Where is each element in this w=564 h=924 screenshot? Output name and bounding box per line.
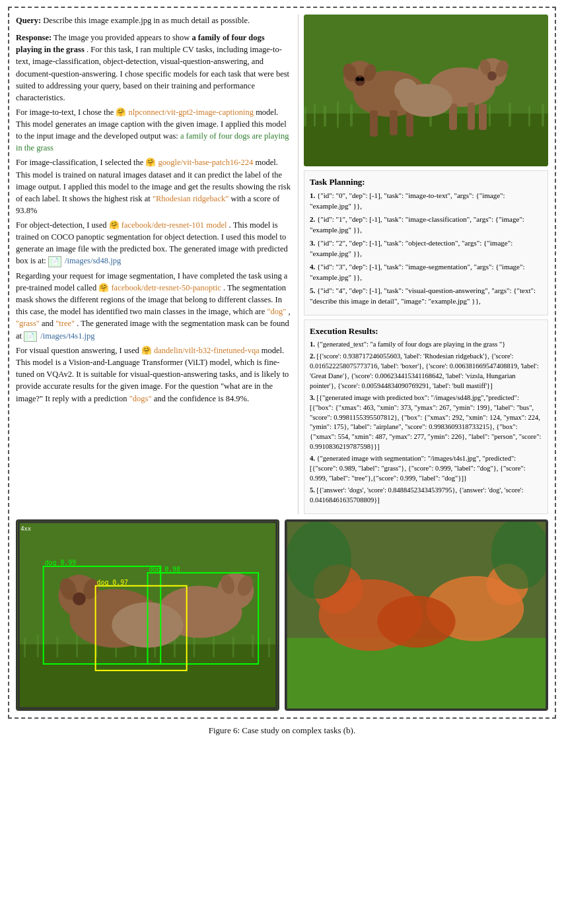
seg-para: Regarding your request for image segment… [16, 270, 293, 342]
file2-icon: 📄 [24, 331, 37, 343]
query-text: Describe this image example.jpg in as mu… [43, 16, 250, 25]
svg-text:4xx: 4xx [20, 525, 31, 532]
response-intro: The image you provided appears to show [53, 33, 192, 42]
response-label: Response: [16, 33, 52, 42]
svg-rect-72 [286, 638, 546, 709]
svg-text:dog 0.98: dog 0.98 [149, 566, 180, 573]
svg-rect-32 [449, 104, 457, 130]
exec-item-1: 1. {"generated_text": "a family of four … [310, 340, 542, 350]
figure-caption: Figure 6: Case study on complex tasks (b… [209, 725, 355, 736]
query-label: Query: [16, 16, 41, 25]
svg-rect-5 [337, 102, 339, 128]
svg-text:dog 0.99: dog 0.99 [45, 559, 77, 566]
right-panel: Task Planning: 1. {"id": "0", "dep": [-1… [304, 15, 548, 514]
svg-rect-14 [509, 102, 511, 127]
svg-text:dog 0.97: dog 0.97 [97, 578, 129, 585]
svg-rect-15 [528, 106, 530, 127]
file1-icon: 📄 [48, 256, 61, 267]
svg-point-77 [377, 595, 455, 647]
svg-point-36 [394, 79, 418, 102]
exec-item-2: 2. [{'score': 0.938717246055603, 'label'… [310, 352, 542, 391]
execution-box: Execution Results: 1. {"generated_text":… [304, 319, 548, 514]
svg-rect-48 [194, 635, 195, 657]
svg-point-28 [487, 71, 497, 81]
svg-rect-39 [24, 638, 26, 657]
task-item-3: 3. {"id": "2", "dep": [-1], "task": "obj… [310, 238, 542, 259]
image-class-para: For image-classification, I selected the… [16, 156, 293, 216]
model5-link[interactable]: dandelin/vilt-b32-finetuned-vqa [154, 346, 260, 355]
vqa-answer: "dogs" [129, 394, 152, 403]
class3: "tree" [55, 319, 75, 328]
task-planning-title: Task Planning: [310, 176, 542, 188]
bottom-images: dog 0.99 dog 0.98 dog 0.97 4xx [16, 519, 548, 711]
bottom-image-right [285, 519, 548, 711]
svg-rect-49 [213, 633, 215, 657]
svg-rect-29 [370, 110, 378, 137]
svg-rect-16 [542, 104, 544, 127]
bottom-image-left: dog 0.99 dog 0.98 dog 0.97 4xx [16, 519, 279, 711]
svg-point-78 [286, 521, 351, 599]
exec-item-5: 5. [{'answer': 'dogs', 'score': 0.848845… [310, 486, 542, 505]
query-section: Query: Describe this image example.jpg i… [16, 15, 293, 26]
model2-link[interactable]: google/vit-base-patch16-224 [159, 158, 254, 167]
svg-point-21 [355, 75, 365, 86]
svg-rect-51 [252, 634, 254, 657]
model3-link[interactable]: facebook/detr-resnet-101 model [122, 220, 227, 230]
task-item-1: 1. {"id": "0", "dep": [-1], "task": "ima… [310, 191, 542, 212]
vqa-para: For visual question answering, I used 🤗 … [16, 345, 293, 405]
class2: "grass" [16, 319, 40, 328]
model4-link[interactable]: facebook/detr-resnet-50-panoptic [111, 283, 221, 292]
svg-rect-40 [37, 634, 39, 657]
response-section: Response: The image you provided appears… [16, 32, 293, 405]
svg-point-22 [356, 77, 360, 81]
task-planning-items: 1. {"id": "0", "dep": [-1], "task": "ima… [310, 191, 542, 306]
svg-rect-2 [304, 107, 306, 127]
execution-title: Execution Results: [310, 325, 542, 337]
left-panel: Query: Describe this image example.jpg i… [16, 15, 299, 514]
svg-rect-1 [304, 114, 548, 166]
file1-link[interactable]: /images/sd48.jpg [65, 256, 121, 265]
svg-rect-3 [314, 104, 316, 127]
svg-rect-6 [350, 104, 353, 127]
file2-link[interactable]: /images/t4s1.jpg [40, 331, 94, 341]
execution-items: 1. {"generated_text": "a family of four … [310, 340, 542, 506]
svg-rect-33 [468, 102, 475, 130]
svg-rect-42 [76, 632, 78, 657]
svg-rect-50 [232, 636, 234, 657]
svg-rect-52 [268, 638, 270, 657]
task-item-2: 2. {"id": "1", "dep": [-1], "task": "ima… [310, 214, 542, 236]
image-to-text-para: For image-to-text, I chose the 🤗 nlpconn… [16, 106, 293, 154]
svg-rect-30 [390, 110, 398, 135]
dog-image-top [304, 15, 548, 166]
main-container: Query: Describe this image example.jpg i… [8, 7, 556, 719]
model1-link[interactable]: nlpconnect/vit-gpt2-image-captioning [128, 108, 254, 117]
exec-item-4: 4. {"generated image with segmentation":… [310, 454, 542, 483]
svg-point-57 [73, 592, 86, 605]
ridgeback-label: "Rhodesian ridgeback" [153, 194, 229, 203]
task-planning-box: Task Planning: 1. {"id": "0", "dep": [-1… [304, 170, 548, 315]
svg-rect-4 [324, 106, 326, 127]
exec-item-3: 3. [{"generated image with predicted box… [310, 393, 542, 451]
task-item-5: 5. {"id": "4", "dep": [-1], "task": "vis… [310, 286, 542, 307]
top-section: Query: Describe this image example.jpg i… [16, 15, 548, 514]
svg-rect-41 [56, 636, 58, 657]
svg-rect-13 [489, 104, 491, 127]
svg-rect-34 [479, 104, 487, 130]
task-item-4: 4. {"id": "3", "dep": [-1], "task": "ima… [310, 262, 542, 283]
class1: "dog" [267, 307, 286, 316]
obj-detect-para: For object-detection, I used 🤗 facebook/… [16, 219, 293, 267]
svg-point-23 [360, 77, 364, 81]
